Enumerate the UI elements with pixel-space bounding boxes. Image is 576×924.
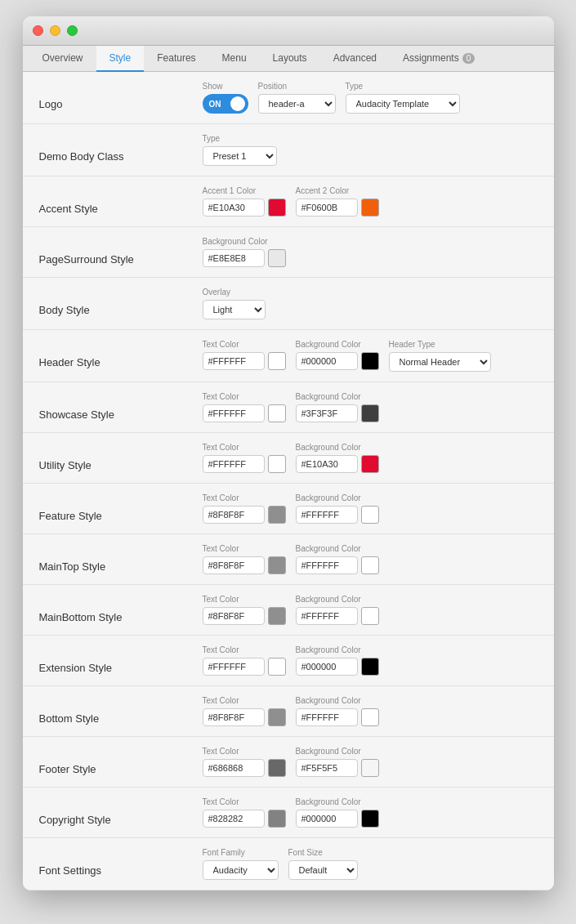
color-swatch[interactable]	[361, 352, 379, 370]
accent-style-label: Accent Style	[39, 186, 203, 215]
color-swatch[interactable]	[268, 455, 286, 473]
color-swatch[interactable]	[361, 556, 379, 574]
select-label: Font Family	[203, 848, 279, 857]
color-text-input[interactable]	[203, 352, 265, 370]
color-swatch[interactable]	[361, 506, 379, 524]
color-text-input[interactable]	[203, 607, 265, 625]
color-swatch[interactable]	[268, 607, 286, 625]
color-swatch[interactable]	[361, 404, 379, 422]
extension-style-controls: Text ColorBackground Color	[203, 645, 538, 676]
color-input-group	[296, 658, 379, 676]
color-label: Background Color	[296, 544, 379, 553]
color-label: Background Color	[296, 645, 379, 654]
toggle-group: ShowON	[203, 82, 248, 114]
color-group-text-color: Text Color	[203, 747, 286, 777]
color-text-input[interactable]	[296, 708, 358, 726]
color-text-input[interactable]	[203, 708, 265, 726]
main-window: OverviewStyleFeaturesMenuLayoutsAdvanced…	[23, 16, 554, 891]
color-text-input[interactable]	[296, 506, 358, 524]
color-swatch[interactable]	[361, 810, 379, 828]
select-input[interactable]: Normal HeaderSticky HeaderFixed Header	[389, 352, 491, 372]
color-text-input[interactable]	[203, 249, 265, 267]
color-text-input[interactable]	[296, 455, 358, 473]
tab-overview[interactable]: Overview	[29, 46, 96, 72]
select-input[interactable]: header-aheader-bheader-c	[258, 94, 336, 114]
toggle-label-text: Show	[203, 82, 248, 91]
color-group-text-color: Text Color	[203, 645, 286, 676]
select-input[interactable]: Preset 1Preset 2Preset 3	[203, 146, 277, 166]
color-swatch[interactable]	[361, 455, 379, 473]
color-text-input[interactable]	[296, 607, 358, 625]
tab-features[interactable]: Features	[144, 46, 208, 72]
color-text-input[interactable]	[203, 199, 265, 216]
color-label: Background Color	[296, 493, 379, 502]
select-input[interactable]: AudacityDefaultCustom	[203, 860, 279, 880]
demo-body-class-label: Demo Body Class	[39, 134, 203, 163]
color-swatch[interactable]	[361, 607, 379, 625]
copyright-style-label: Copyright Style	[39, 797, 203, 826]
color-group-accent-2-color: Accent 2 Color	[296, 186, 379, 216]
color-swatch[interactable]	[361, 199, 379, 216]
maximize-button[interactable]	[67, 25, 78, 36]
color-text-input[interactable]	[296, 404, 358, 422]
color-text-input[interactable]	[296, 352, 358, 370]
color-text-input[interactable]	[296, 199, 358, 216]
logo-toggle[interactable]: ON	[203, 94, 248, 114]
color-label: Text Color	[203, 747, 286, 756]
select-label: Font Size	[288, 848, 358, 857]
select-group-font-size: Font SizeDefaultSmallLarge	[288, 848, 358, 880]
color-text-input[interactable]	[203, 759, 265, 777]
demo-body-class-controls: TypePreset 1Preset 2Preset 3	[203, 134, 538, 166]
tab-assignments[interactable]: Assignments0	[390, 46, 488, 72]
showcase-style-label: Showcase Style	[39, 392, 203, 421]
row-utility-style: Utility StyleText ColorBackground Color	[23, 433, 554, 484]
color-text-input[interactable]	[203, 810, 265, 828]
accent-style-controls: Accent 1 ColorAccent 2 Color	[203, 186, 538, 216]
color-swatch[interactable]	[268, 249, 286, 267]
color-swatch[interactable]	[268, 352, 286, 370]
color-text-input[interactable]	[203, 658, 265, 676]
body-style-label: Body Style	[39, 288, 203, 316]
color-swatch[interactable]	[361, 708, 379, 726]
color-label: Text Color	[203, 544, 286, 553]
color-text-input[interactable]	[203, 455, 265, 473]
mainbottom-style-controls: Text ColorBackground Color	[203, 595, 538, 625]
color-input-group	[296, 404, 379, 422]
tab-style[interactable]: Style	[96, 46, 145, 72]
color-input-group	[203, 708, 286, 726]
tab-menu[interactable]: Menu	[209, 46, 260, 72]
color-input-group	[203, 506, 286, 524]
minimize-button[interactable]	[50, 25, 60, 36]
row-pagesurround-style: PageSurround StyleBackground Color	[23, 227, 554, 278]
select-input[interactable]: DefaultSmallLarge	[288, 860, 358, 880]
color-swatch[interactable]	[268, 556, 286, 574]
tab-layouts[interactable]: Layouts	[260, 46, 320, 72]
row-showcase-style: Showcase StyleText ColorBackground Color	[23, 382, 554, 433]
color-swatch[interactable]	[268, 199, 286, 216]
font-settings-label: Font Settings	[39, 848, 203, 877]
color-swatch[interactable]	[361, 759, 379, 777]
color-swatch[interactable]	[268, 404, 286, 422]
color-group-background-color: Background Color	[296, 797, 379, 828]
color-input-group	[296, 759, 379, 777]
tab-advanced[interactable]: Advanced	[320, 46, 390, 72]
color-swatch[interactable]	[268, 810, 286, 828]
color-swatch[interactable]	[268, 708, 286, 726]
color-text-input[interactable]	[203, 404, 265, 422]
pagesurround-style-controls: Background Color	[203, 237, 538, 267]
color-text-input[interactable]	[296, 810, 358, 828]
color-swatch[interactable]	[268, 759, 286, 777]
color-text-input[interactable]	[296, 556, 358, 574]
color-swatch[interactable]	[268, 506, 286, 524]
color-text-input[interactable]	[203, 506, 265, 524]
color-text-input[interactable]	[296, 759, 358, 777]
color-swatch[interactable]	[268, 658, 286, 676]
content-area: LogoShowONPositionheader-aheader-bheader…	[23, 72, 554, 891]
select-input[interactable]: LightDarkNone	[203, 300, 266, 319]
select-input[interactable]: Audacity Template	[346, 94, 460, 114]
color-swatch[interactable]	[361, 658, 379, 676]
color-text-input[interactable]	[296, 658, 358, 676]
close-button[interactable]	[33, 25, 43, 36]
color-input-group	[296, 607, 379, 625]
color-text-input[interactable]	[203, 556, 265, 574]
